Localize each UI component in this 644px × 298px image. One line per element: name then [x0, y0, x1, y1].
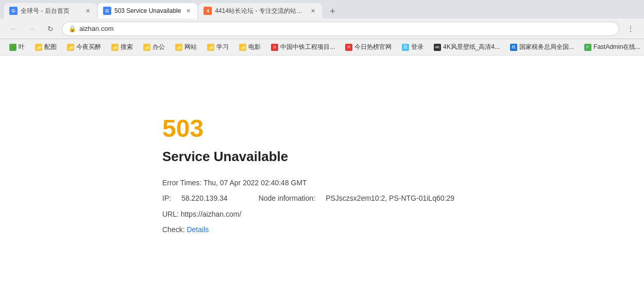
- bookmark-peitu[interactable]: 📁 配图: [31, 42, 61, 52]
- bookmark-crrc-label: 中国中铁工程项目...: [280, 43, 335, 51]
- bookmark-rmbang-label: 今日热榜官网: [354, 43, 392, 51]
- reload-button[interactable]: ↻: [43, 22, 58, 36]
- tab-2-close[interactable]: ✕: [184, 7, 192, 15]
- bookmark-peitu-label: 配图: [44, 43, 57, 51]
- error-ip-node-row: IP: 58.220.139.34 Node information: PSJs…: [162, 192, 482, 204]
- bookmark-rmbang-favicon: R: [345, 44, 352, 51]
- bookmark-crrc-favicon: S: [271, 44, 278, 51]
- bookmark-website-favicon: 📁: [175, 44, 182, 51]
- bookmark-website[interactable]: 📁 网站: [171, 42, 201, 52]
- error-code: 503: [162, 114, 482, 143]
- bookmark-movie-label: 电影: [248, 43, 261, 51]
- bookmark-tax-favicon: 税: [510, 44, 517, 51]
- bookmark-jinyemai[interactable]: 📁 今夜买醉: [63, 42, 105, 52]
- bookmark-crrc[interactable]: S 中国中铁工程项目...: [267, 42, 339, 52]
- bookmark-login-favicon: 登: [402, 44, 409, 51]
- address-input[interactable]: 🔒 aizhan.com: [62, 22, 619, 36]
- error-times-line: Error Times: Thu, 07 Apr 2022 02:40:48 G…: [162, 177, 482, 188]
- error-container: 503 Service Unavailable Error Times: Thu…: [142, 94, 502, 260]
- forward-button[interactable]: →: [25, 22, 39, 36]
- bookmark-study-favicon: 📁: [207, 44, 214, 51]
- bookmark-ye[interactable]: 🌿 叶: [5, 42, 29, 52]
- tab-2-favicon: G: [103, 7, 111, 15]
- error-check-line: Check: Details: [162, 224, 482, 235]
- bookmark-4k-favicon: 4K: [434, 44, 441, 51]
- bookmark-study-label: 学习: [216, 43, 229, 51]
- tab-3-title: 4414站长论坛 - 专注交流的站长...: [215, 7, 306, 15]
- bookmark-ye-favicon: 🌿: [9, 44, 16, 51]
- bookmark-office-label: 办公: [152, 43, 165, 51]
- tab-3[interactable]: 4 4414站长论坛 - 专注交流的站长... ✕: [198, 3, 322, 19]
- bookmark-jinyemai-favicon: 📁: [67, 44, 74, 51]
- error-times-value: Thu, 07 Apr 2022 02:40:48 GMT: [204, 179, 307, 187]
- bookmark-search-favicon: 📁: [111, 44, 118, 51]
- tab-1-title: 全球号 - 后台首页: [21, 7, 80, 15]
- browser-window: G 全球号 - 后台首页 ✕ G 503 Service Unavailable…: [0, 0, 644, 298]
- tab-1[interactable]: G 全球号 - 后台首页 ✕: [4, 3, 97, 19]
- bookmark-search[interactable]: 📁 搜索: [107, 42, 137, 52]
- bookmark-website-label: 网站: [184, 43, 197, 51]
- tab-bar: G 全球号 - 后台首页 ✕ G 503 Service Unavailable…: [0, 0, 644, 19]
- lock-icon: 🔒: [69, 25, 76, 32]
- error-check-label: Check:: [162, 225, 185, 234]
- back-button[interactable]: ←: [6, 22, 21, 36]
- tab-2-title: 503 Service Unavailable: [114, 7, 181, 14]
- bookmark-login[interactable]: 登 登录: [398, 42, 428, 52]
- bookmark-4k-label: 4K风景壁纸_高清4...: [443, 43, 500, 51]
- error-title: Service Unavailable: [162, 149, 482, 165]
- bookmark-rmbang[interactable]: R 今日热榜官网: [341, 42, 396, 52]
- tab-1-close[interactable]: ✕: [83, 7, 92, 15]
- bookmark-jinyemai-label: 今夜买醉: [76, 43, 101, 51]
- error-ip-value: 58.220.139.34: [181, 192, 228, 204]
- extensions-button[interactable]: ⋮: [623, 22, 638, 36]
- bookmark-peitu-favicon: 📁: [35, 44, 42, 51]
- error-url-line: URL: https://aizhan.com/: [162, 208, 482, 220]
- bookmark-office[interactable]: 📁 办公: [139, 42, 169, 52]
- bookmark-movie[interactable]: 📁 电影: [235, 42, 265, 52]
- tab-3-close[interactable]: ✕: [309, 7, 317, 15]
- address-text: aizhan.com: [79, 25, 613, 32]
- bookmark-tax-label: 国家税务总局全国...: [519, 43, 574, 51]
- error-details-link[interactable]: Details: [187, 225, 209, 234]
- page-content: 503 Service Unavailable Error Times: Thu…: [0, 56, 644, 298]
- bookmark-login-label: 登录: [411, 43, 423, 51]
- error-times-label: Error Times:: [162, 179, 201, 187]
- error-url-value: https://aizhan.com/: [181, 210, 242, 218]
- bookmark-study[interactable]: 📁 学习: [203, 42, 233, 52]
- bookmark-fastadmin-favicon: F: [584, 44, 591, 51]
- tab-3-favicon: 4: [204, 7, 212, 15]
- error-url-label: URL:: [162, 210, 179, 218]
- bookmarks-bar: 🌿 叶 📁 配图 📁 今夜买醉 📁 搜索 📁 办公 📁 网站 📁 学习 📁: [0, 39, 644, 56]
- bookmark-office-favicon: 📁: [143, 44, 150, 51]
- bookmark-fastadmin-label: FastAdmin在线...: [594, 43, 640, 51]
- bookmark-4k[interactable]: 4K 4K风景壁纸_高清4...: [430, 42, 504, 52]
- bookmark-fastadmin[interactable]: F FastAdmin在线...: [580, 42, 644, 52]
- bookmark-search-label: 搜索: [121, 43, 133, 51]
- error-node-label: Node information:: [259, 192, 316, 204]
- bookmark-movie-favicon: 📁: [239, 44, 246, 51]
- error-node-value: PSJsczsx2em10:2, PS-NTG-01iLq60:29: [326, 192, 454, 204]
- tab-2[interactable]: G 503 Service Unavailable ✕: [98, 3, 197, 19]
- new-tab-button[interactable]: +: [325, 4, 340, 19]
- address-bar: ← → ↻ 🔒 aizhan.com ⋮: [0, 19, 644, 39]
- bookmark-ye-label: 叶: [19, 43, 25, 51]
- tab-1-favicon: G: [9, 7, 18, 15]
- error-ip-label: IP:: [162, 192, 171, 204]
- bookmark-tax[interactable]: 税 国家税务总局全国...: [506, 42, 578, 52]
